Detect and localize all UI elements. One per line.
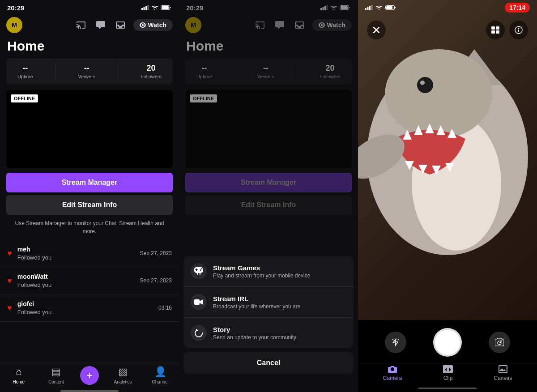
heart-icon-2: ♥ [7, 303, 12, 313]
svg-point-16 [385, 49, 492, 139]
stream-games-icon [191, 263, 207, 279]
offline-badge-1: OFFLINE [11, 94, 38, 102]
channel-icon-1: 👤 [154, 366, 166, 378]
helper-text-1: Use Stream Manager to monitor your Chat,… [0, 215, 179, 240]
nav-tab-home-1[interactable]: ⌂ Home [5, 366, 32, 384]
nav-tab-add-1[interactable]: + [80, 366, 99, 385]
top-nav-1: M Watch [0, 14, 179, 36]
nav-icons-1: Watch [74, 18, 173, 32]
chat-icon-1 [96, 21, 105, 29]
overlay-stream-games[interactable]: Stream Games Play and stream from your m… [183, 256, 354, 287]
heart-icon-0: ♥ [7, 249, 12, 258]
page-title-2-bg: Home [179, 36, 358, 58]
cam-mode-row: Camera Clip Canvas [358, 363, 537, 388]
flash-button[interactable] [385, 332, 406, 353]
camera-mode-button[interactable]: Camera [383, 365, 402, 381]
heart-icon-1: ♥ [7, 276, 12, 285]
cam-home-indicator [418, 388, 477, 389]
activity-info-0: meh Followed you [17, 245, 135, 261]
overlay-menu-card: Stream Games Play and stream from your m… [183, 256, 354, 348]
svg-rect-37 [491, 30, 495, 34]
cast-icon-2b [256, 21, 264, 29]
page-title-1: Home [0, 36, 179, 58]
inbox-icon-btn-1[interactable] [114, 18, 127, 32]
cast-icon-btn-1[interactable] [74, 18, 88, 32]
svg-rect-36 [496, 26, 499, 30]
chat-icon-2-bg [273, 18, 286, 32]
svg-rect-6 [320, 8, 322, 10]
svg-point-41 [518, 28, 519, 29]
avatar-1[interactable]: M [6, 17, 22, 33]
signal-icon-3 [365, 5, 373, 10]
action-buttons-1: Stream Manager Edit Stream Info [6, 173, 173, 215]
battery-icon-2 [340, 5, 351, 10]
gallery-button[interactable] [486, 21, 505, 39]
clip-mode-label: Clip [443, 375, 453, 381]
svg-rect-8 [324, 6, 326, 10]
cam-bottom-controls: Camera Clip Canvas [358, 320, 537, 392]
status-bar-2: 20:29 [179, 0, 358, 14]
watch-button-1[interactable]: Watch [133, 19, 173, 31]
flip-camera-button[interactable] [489, 332, 510, 353]
svg-rect-38 [496, 30, 499, 34]
activity-action-0: Followed you [17, 254, 52, 261]
cancel-button[interactable]: Cancel [183, 352, 354, 374]
overlay-story[interactable]: Story Send an update to your community [183, 318, 354, 348]
nav-tab-channel-1[interactable]: 👤 Channel [147, 366, 174, 384]
cam-right-controls [486, 21, 528, 39]
edit-stream-info-button-1[interactable]: Edit Stream Info [6, 195, 173, 215]
svg-marker-44 [500, 341, 503, 342]
status-bar-1: 20:29 [0, 0, 179, 14]
content-label-1: Content [48, 379, 64, 384]
battery-icon [161, 5, 172, 10]
activity-date-0: Sep 27, 2023 [140, 250, 172, 256]
overlay-stream-irl-title: Stream IRL [213, 295, 300, 303]
clip-mode-button[interactable]: Clip [443, 365, 453, 381]
avatar-2-bg: M [185, 17, 201, 33]
svg-rect-30 [367, 7, 369, 11]
activity-action-2: Followed you [17, 309, 52, 315]
watch-button-2-bg: Watch [312, 19, 352, 31]
svg-rect-35 [491, 26, 495, 30]
chat-icon-btn-1[interactable] [94, 18, 107, 32]
activity-name-1: moonWatt [17, 273, 48, 280]
stream-irl-icon [191, 294, 207, 310]
info-button[interactable] [509, 21, 528, 39]
nav-tab-content-1[interactable]: ▤ Content [43, 366, 69, 384]
overlay-story-sub: Send an update to your community [213, 334, 296, 341]
gallery-icon [491, 26, 499, 34]
inbox-icon-1 [116, 21, 125, 29]
close-camera-button[interactable] [367, 21, 386, 39]
flip-camera-icon [495, 338, 504, 346]
svg-rect-2 [145, 6, 147, 10]
top-nav-2-bg: M [179, 14, 358, 36]
cam-shutter-row [358, 320, 537, 363]
svg-rect-12 [194, 299, 200, 305]
activity-action-1: Followed you [17, 281, 52, 288]
overlay-stream-games-title: Stream Games [213, 264, 310, 272]
channel-label-1: Channel [152, 379, 169, 384]
content-icon-1: ▤ [51, 366, 61, 378]
stat-uptime-1: -- Uptime [17, 64, 33, 79]
battery-icon-3 [385, 5, 396, 10]
svg-point-18 [420, 81, 425, 85]
canvas-mode-button[interactable]: Canvas [494, 365, 512, 381]
cam-signal-area [365, 5, 396, 10]
stream-manager-button-1[interactable]: Stream Manager [6, 173, 173, 192]
bolt-icon [392, 338, 400, 346]
overlay-story-text: Story Send an update to your community [213, 326, 296, 341]
wifi-icon-2 [330, 5, 337, 10]
panel-home-left: 20:29 M [0, 0, 179, 392]
svg-rect-29 [365, 8, 367, 10]
activity-date-2: 03:16 [158, 305, 172, 311]
shutter-button[interactable] [433, 328, 462, 357]
overlay-stream-games-text: Stream Games Play and stream from your m… [213, 264, 310, 279]
bottom-nav-1: ⌂ Home ▤ Content + ▨ Analytics 👤 Channel [0, 362, 179, 390]
nav-tab-analytics-1[interactable]: ▨ Analytics [110, 366, 136, 384]
overlay-stream-irl[interactable]: Stream IRL Broadcast your life wherever … [183, 287, 354, 318]
status-bar-3: 17:14 [358, 0, 537, 15]
wifi-icon-3 [375, 5, 383, 10]
shark-illustration [358, 13, 537, 273]
activity-item-1: ♥ moonWatt Followed you Sep 27, 2023 [0, 267, 179, 294]
status-icons-2 [320, 5, 351, 10]
